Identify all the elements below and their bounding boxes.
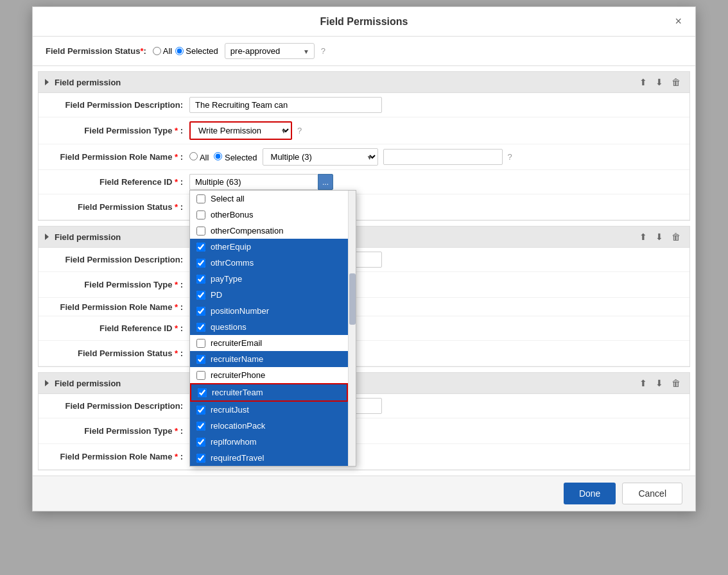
dropdown-item-othrcomms[interactable]: othrComms [190, 255, 348, 271]
modal-header: Field Permissions × [33, 7, 695, 37]
checkbox-recruiterteam[interactable] [198, 388, 207, 397]
dropdown-item-recruiterteam[interactable]: recruiterTeam [190, 383, 348, 402]
row-role-1: Field Permission Role Name * : All Selec… [39, 144, 689, 170]
field-permission-section-3: Field permission ⬆ ⬇ 🗑 Field Permission … [38, 372, 690, 470]
checkbox-recruitjust[interactable] [196, 406, 205, 415]
dropdown-item-requiredtravel[interactable]: requiredTravel [190, 450, 348, 466]
ref-multi-trigger: ... [189, 174, 333, 190]
role-label-1: Field Permission Role Name * : [48, 152, 189, 162]
modal-title: Field Permissions [257, 16, 471, 28]
checkbox-relocationpack[interactable] [196, 422, 205, 431]
dropdown-item-recruitjust[interactable]: recruitJust [190, 402, 348, 418]
ref-label-2: Field Reference ID * : [48, 323, 189, 333]
dropdown-item-paytype[interactable]: payType [190, 271, 348, 287]
dropdown-item-replforwhom[interactable]: replforwhom [190, 434, 348, 450]
section-2-up-button[interactable]: ⬆ [637, 230, 650, 243]
role-selected-input-1[interactable] [214, 152, 222, 160]
dropdown-item-othercompensation[interactable]: otherCompensation [190, 223, 348, 239]
dropdown-item-label-recruiterteam: recruiterTeam [212, 388, 263, 397]
dropdown-item-positionnumber[interactable]: positionNumber [190, 303, 348, 319]
desc-control-1 [189, 97, 680, 113]
top-radio-selected[interactable] [175, 47, 184, 55]
section-3-title: Field permission [55, 379, 121, 388]
dropdown-item-select-all[interactable]: Select all [190, 191, 348, 207]
dropdown-item-relocationpack[interactable]: relocationPack [190, 418, 348, 434]
row-desc-2: Field Permission Description: [39, 248, 689, 272]
checkbox-questions[interactable] [196, 323, 205, 332]
checkbox-othercompensation[interactable] [196, 227, 205, 236]
section-3-down-button[interactable]: ⬇ [653, 377, 666, 390]
checkbox-otherequip[interactable] [196, 243, 205, 252]
dropdown-scrollbar[interactable] [348, 191, 356, 466]
checkbox-positionnumber[interactable] [196, 307, 205, 316]
checkbox-othrcomms[interactable] [196, 259, 205, 268]
dropdown-item-label-replforwhom: replforwhom [211, 437, 257, 447]
dropdown-item-recruiterphone[interactable]: recruiterPhone [190, 367, 348, 383]
dropdown-item-recruiteremail[interactable]: recruiterEmail [190, 335, 348, 351]
top-radio-selected-label[interactable]: Selected [175, 46, 218, 56]
role-label-3: Field Permission Role Name * : [48, 452, 189, 461]
checkbox-recruitername[interactable] [196, 355, 205, 364]
type-dropdown-wrapper-1: Write Permission Read Permission No Perm… [189, 121, 292, 140]
ref-multi-button[interactable]: ... [318, 174, 333, 190]
section-3-header-left: Field permission [45, 379, 121, 388]
type-control-1: Write Permission Read Permission No Perm… [189, 121, 680, 140]
ref-multi-input[interactable] [189, 174, 318, 190]
dropdown-item-label-otherequip: otherEquip [211, 242, 251, 252]
checkbox-otherbonus[interactable] [196, 210, 205, 219]
section-1-actions: ⬆ ⬇ 🗑 [637, 76, 683, 89]
dropdown-item-otherbonus[interactable]: otherBonus [190, 207, 348, 223]
checkbox-pd[interactable] [196, 291, 205, 300]
role-all-input-1[interactable] [189, 152, 198, 160]
top-radio-all[interactable] [153, 47, 161, 55]
role-radio-all-1[interactable]: All [189, 152, 209, 162]
role-help-icon-1[interactable]: ? [508, 152, 512, 162]
cancel-button[interactable]: Cancel [622, 483, 682, 504]
section-1-down-button[interactable]: ⬇ [653, 76, 666, 89]
dropdown-item-pd[interactable]: PD [190, 287, 348, 303]
type-help-icon-1[interactable]: ? [297, 126, 302, 135]
ref-multi-container: ... Select all [189, 174, 333, 190]
section-1-header: Field permission ⬆ ⬇ 🗑 [39, 72, 689, 93]
dropdown-item-otherequip[interactable]: otherEquip [190, 239, 348, 255]
done-button[interactable]: Done [564, 483, 616, 504]
section-3-header: Field permission ⬆ ⬇ 🗑 [39, 373, 689, 394]
section-3-delete-button[interactable]: 🗑 [669, 377, 683, 390]
checkbox-paytype[interactable] [196, 275, 205, 284]
desc-input-1[interactable] [189, 97, 382, 113]
checkbox-recruiteremail[interactable] [196, 339, 205, 348]
dropdown-item-label-othrcomms: othrComms [211, 258, 254, 268]
section-2-down-button[interactable]: ⬇ [653, 230, 666, 243]
checkbox-replforwhom[interactable] [196, 438, 205, 447]
row-status-1: Field Permission Status * : pre-approved… [39, 194, 689, 220]
role-multi-select-1[interactable]: Multiple (3) [263, 148, 378, 166]
section-1-up-button[interactable]: ⬆ [637, 76, 650, 89]
dropdown-item-label-requiredtravel: requiredTravel [211, 453, 264, 463]
top-radio-all-label[interactable]: All [153, 46, 172, 56]
section-3-up-button[interactable]: ⬆ [637, 377, 650, 390]
checkbox-requiredtravel[interactable] [196, 454, 205, 463]
top-help-icon[interactable]: ? [321, 46, 325, 56]
field-permission-status-bar: Field Permission Status*: All Selected p… [33, 37, 695, 66]
section-1-header-left: Field permission [45, 78, 121, 87]
role-radio-selected-1[interactable]: Selected [214, 152, 257, 162]
dropdown-item-recruitername[interactable]: recruiterName [190, 351, 348, 367]
dropdown-item-label-pd: PD [211, 290, 222, 300]
top-status-dropdown-wrapper: pre-approved approved pending [225, 43, 315, 59]
role-search-1[interactable] [383, 149, 503, 165]
dropdown-item-label-paytype: payType [211, 274, 242, 284]
dropdown-item-label-positionnumber: positionNumber [211, 306, 269, 316]
checkbox-select-all[interactable] [196, 194, 205, 203]
status-label-1: Field Permission Status * : [48, 202, 189, 212]
dropdown-item-questions[interactable]: questions [190, 319, 348, 335]
modal-footer: Done Cancel [33, 476, 695, 511]
scrollbar-thumb[interactable] [349, 273, 356, 325]
checkbox-recruiterphone[interactable] [196, 371, 205, 380]
section-2-delete-button[interactable]: 🗑 [669, 230, 683, 243]
top-status-dropdown[interactable]: pre-approved approved pending [225, 43, 315, 59]
close-button[interactable]: × [671, 13, 686, 30]
dropdown-item-label-recruitername: recruiterName [211, 354, 263, 364]
type-select-1[interactable]: Write Permission Read Permission No Perm… [189, 121, 292, 140]
section-2-title: Field permission [55, 232, 121, 242]
section-1-delete-button[interactable]: 🗑 [669, 76, 683, 89]
